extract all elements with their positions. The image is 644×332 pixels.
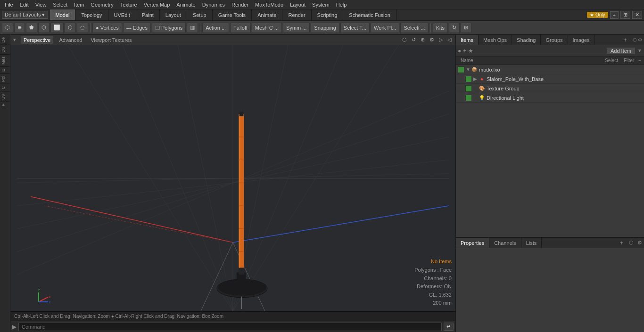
- tb-poly2[interactable]: ⬡: [38, 23, 50, 33]
- tb-edges[interactable]: ― Edges: [123, 23, 151, 33]
- layout-icon-btn-grid[interactable]: ⊞: [620, 11, 630, 19]
- vis-toggle[interactable]: [458, 66, 464, 73]
- layout-tab-model[interactable]: Model: [50, 9, 76, 20]
- layout-tab-setup[interactable]: Setup: [187, 9, 213, 20]
- vis-toggle[interactable]: [465, 85, 472, 92]
- col-select-btn[interactable]: Select: [603, 58, 619, 63]
- layout-tab-topology[interactable]: Topology: [75, 9, 108, 20]
- menu-animate[interactable]: Animate: [173, 1, 198, 8]
- vp-ctrl-zoom[interactable]: ⊕: [419, 36, 426, 43]
- menu-system[interactable]: System: [309, 1, 332, 8]
- vis-icon-2[interactable]: +: [463, 48, 466, 54]
- add-item-dropdown[interactable]: ▾: [637, 48, 642, 54]
- tb-hex[interactable]: ⬡: [65, 23, 76, 33]
- layout-tab-animate[interactable]: Animate: [252, 9, 282, 20]
- list-item[interactable]: ▶ 💡 Directional Light: [456, 93, 644, 103]
- tb-circle[interactable]: ◌: [77, 23, 88, 33]
- sidebar-item-f[interactable]: F: [0, 101, 10, 108]
- col-minus-btn[interactable]: −: [638, 58, 641, 63]
- tb-mode-extra[interactable]: ▥: [187, 23, 198, 33]
- vp-ctrl-settings[interactable]: ⚙: [428, 36, 436, 43]
- layout-icon-btn-add[interactable]: +: [610, 11, 619, 19]
- layout-tab-gametools[interactable]: Game Tools: [213, 9, 252, 20]
- tb-polygons[interactable]: ▢ Polygons: [152, 23, 186, 33]
- tb-undo[interactable]: ↻: [449, 23, 460, 33]
- tb-rect[interactable]: ⬜: [50, 23, 64, 33]
- tb-crosshair[interactable]: ⊕: [14, 23, 25, 33]
- sidebar-item-e[interactable]: E: [0, 66, 10, 73]
- props-tab-properties[interactable]: Properties: [456, 238, 489, 248]
- tb-snapping[interactable]: Snapping: [311, 23, 339, 33]
- col-filter-btn[interactable]: Filter: [622, 58, 636, 63]
- menu-geometry[interactable]: Geometry: [88, 1, 116, 8]
- vis-toggle[interactable]: [465, 76, 472, 82]
- menu-layout[interactable]: Layout: [287, 1, 308, 8]
- tb-falloff[interactable]: Falloff: [230, 23, 251, 33]
- vp-ctrl-next[interactable]: ◁: [446, 36, 453, 43]
- items-tab-plus[interactable]: +: [619, 35, 631, 44]
- menu-view[interactable]: View: [33, 1, 50, 8]
- items-tab-images[interactable]: Images: [568, 35, 595, 45]
- sidebar-item-de[interactable]: De: [0, 35, 10, 45]
- tb-poly1[interactable]: ⬟: [26, 23, 37, 33]
- items-tab-groups[interactable]: Groups: [541, 35, 568, 45]
- viewport-collapse-btn[interactable]: ▾: [13, 37, 16, 43]
- command-input[interactable]: [18, 323, 442, 331]
- props-plus-btn[interactable]: +: [616, 239, 627, 246]
- tb-action[interactable]: Action ...: [202, 23, 229, 33]
- tb-work-plane[interactable]: Work Pl...: [371, 23, 399, 33]
- vis-icon-3[interactable]: ★: [468, 48, 473, 54]
- layout-tab-uvedit[interactable]: UVEdit: [108, 9, 136, 20]
- vp-ctrl-rotate[interactable]: ↺: [410, 36, 417, 43]
- tb-kits[interactable]: Kits: [433, 23, 448, 33]
- vp-ctrl-move[interactable]: ⬡: [401, 36, 408, 43]
- layout-icon-btn-close[interactable]: ✕: [632, 11, 642, 19]
- props-expand-btn[interactable]: ⬡: [627, 240, 636, 246]
- menu-dynamics[interactable]: Dynamics: [199, 1, 228, 8]
- tb-select-tool[interactable]: Select T...: [340, 23, 370, 33]
- items-tab-meshops[interactable]: Mesh Ops: [479, 35, 512, 45]
- layout-tab-layout[interactable]: Layout: [160, 9, 187, 20]
- list-item[interactable]: ▶ 🔺 Slalom_Pole_With_Base: [456, 74, 644, 84]
- viewport-tab-advanced[interactable]: Advanced: [56, 36, 85, 44]
- tb-symm[interactable]: Symm ...: [283, 23, 310, 33]
- vis-toggle[interactable]: [465, 95, 472, 101]
- list-item[interactable]: ▼ 📦 modo.lxo: [456, 65, 644, 74]
- menu-render[interactable]: Render: [229, 1, 251, 8]
- layout-tab-scripting[interactable]: Scripting: [312, 9, 344, 20]
- menu-vertexmap[interactable]: Vertex Map: [141, 1, 173, 8]
- tb-mesh[interactable]: Mesh C ...: [252, 23, 282, 33]
- sidebar-item-pol[interactable]: Pol: [0, 73, 10, 84]
- tb-selecti[interactable]: Selecti ...: [400, 23, 428, 33]
- panel-config-icon[interactable]: ⚙: [638, 37, 642, 42]
- vp-ctrl-prev[interactable]: ▷: [438, 36, 444, 43]
- layout-tab-render[interactable]: Render: [282, 9, 311, 20]
- sidebar-item-du[interactable]: Du: [0, 45, 10, 55]
- cmd-arrow[interactable]: ▶: [12, 324, 17, 330]
- sidebar-item-c[interactable]: C: [0, 84, 10, 91]
- menu-item[interactable]: Item: [71, 1, 87, 8]
- menu-help[interactable]: Help: [333, 1, 350, 8]
- layout-tab-paint[interactable]: Paint: [136, 9, 160, 20]
- menu-maxtomodo[interactable]: MaxToModo: [252, 1, 286, 8]
- tb-vertices[interactable]: ● Vertices: [92, 23, 122, 33]
- add-item-btn[interactable]: Add Item: [606, 47, 636, 55]
- items-tab-items[interactable]: Items: [456, 35, 479, 45]
- panel-expand-icon[interactable]: ⬡: [633, 37, 637, 42]
- items-tab-shading[interactable]: Shading: [512, 35, 541, 45]
- list-item[interactable]: ▶ 🎨 Texture Group: [456, 84, 644, 93]
- expand-icon[interactable]: ▼: [466, 67, 471, 72]
- menu-select[interactable]: Select: [50, 1, 70, 8]
- menu-texture[interactable]: Texture: [117, 1, 140, 8]
- props-tab-channels[interactable]: Channels: [489, 238, 521, 248]
- menu-edit[interactable]: Edit: [17, 1, 32, 8]
- sidebar-item-mes[interactable]: Mes: [0, 54, 10, 66]
- props-config-btn[interactable]: ⚙: [636, 240, 644, 246]
- viewport-canvas[interactable]: No Items Polygons : Face Channels: 0 Def…: [10, 45, 455, 311]
- cmd-submit-btn[interactable]: ↵: [444, 323, 454, 331]
- viewport-tab-textures[interactable]: Viewport Textures: [88, 36, 134, 44]
- layout-tab-schematic[interactable]: Schematic Fusion: [343, 9, 396, 20]
- sidebar-item-uv[interactable]: UV: [0, 91, 10, 102]
- layout-dropdown[interactable]: Default Layouts ▾: [2, 11, 48, 19]
- expand-icon[interactable]: ▶: [473, 76, 479, 81]
